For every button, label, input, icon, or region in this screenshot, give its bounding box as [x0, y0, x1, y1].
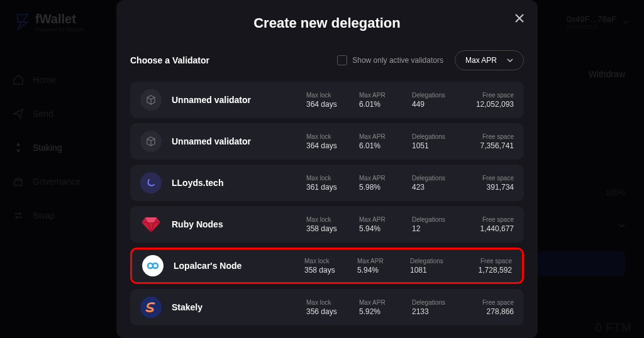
close-icon: [515, 14, 524, 23]
col-freespace-label: Free space: [482, 299, 514, 306]
col-maxlock-label: Max lock: [306, 92, 331, 99]
checkbox-label: Show only active validators: [352, 56, 443, 65]
svg-point-1: [153, 263, 158, 268]
chevron-down-icon: [507, 57, 513, 63]
validator-maxapr: 6.01%: [359, 100, 380, 109]
validator-row[interactable]: Lopalcar's NodeMax lock358 daysMax APR5.…: [130, 248, 524, 284]
ruby-icon: [142, 216, 160, 232]
validator-maxlock: 356 days: [306, 307, 337, 316]
col-delegations-label: Delegations: [410, 258, 443, 264]
col-maxlock-label: Max lock: [306, 133, 331, 140]
col-delegations-label: Delegations: [412, 92, 445, 99]
validator-maxapr: 5.94%: [359, 224, 380, 233]
validator-delegations: 12: [412, 224, 420, 233]
sort-label: Max APR: [465, 56, 497, 65]
col-freespace-label: Free space: [482, 92, 514, 99]
col-maxlock-label: Max lock: [306, 216, 331, 223]
col-delegations-label: Delegations: [412, 299, 445, 306]
validator-freespace: 12,052,093: [476, 100, 514, 109]
validator-freespace: 7,356,741: [480, 141, 514, 150]
active-only-checkbox[interactable]: Show only active validators: [337, 55, 443, 65]
cube-icon: [145, 94, 157, 106]
col-maxapr-label: Max APR: [359, 216, 386, 223]
modal-title: Create new delegation: [130, 15, 524, 31]
col-freespace-label: Free space: [480, 258, 512, 264]
cube-icon: [145, 136, 157, 147]
validator-delegations: 449: [412, 100, 425, 109]
validator-maxlock: 364 days: [306, 100, 337, 109]
validator-row[interactable]: Unnamed validatorMax lock364 daysMax APR…: [130, 82, 524, 118]
validator-row[interactable]: Ruby NodesMax lock358 daysMax APR5.94%De…: [130, 206, 524, 243]
validator-list: Unnamed validatorMax lock364 daysMax APR…: [130, 82, 524, 325]
validator-maxlock: 361 days: [306, 183, 337, 192]
col-delegations-label: Delegations: [412, 133, 445, 140]
validator-maxapr: 5.94%: [357, 266, 379, 275]
validator-name: Ruby Nodes: [172, 219, 306, 229]
sort-dropdown[interactable]: Max APR: [455, 50, 524, 70]
validator-name: Stakely: [172, 302, 306, 312]
col-maxlock-label: Max lock: [306, 175, 331, 182]
col-delegations-label: Delegations: [412, 216, 445, 223]
validator-maxlock: 358 days: [306, 224, 337, 233]
stakely-icon: [140, 297, 162, 318]
validator-maxlock: 358 days: [304, 266, 335, 275]
col-maxlock-label: Max lock: [306, 299, 331, 306]
lopalcar-icon: [147, 262, 159, 270]
validator-delegations: 423: [412, 183, 425, 192]
col-freespace-label: Free space: [482, 216, 514, 223]
validator-freespace: 1,728,592: [479, 266, 512, 275]
col-delegations-label: Delegations: [412, 175, 445, 182]
validator-maxlock: 364 days: [306, 141, 337, 150]
close-button[interactable]: [515, 14, 524, 25]
validator-name: LLoyds.tech: [172, 178, 306, 188]
validator-maxapr: 6.01%: [359, 141, 380, 150]
validator-name: Lopalcar's Node: [174, 261, 304, 271]
create-delegation-modal: Create new delegation Choose a Validator…: [116, 0, 538, 338]
col-maxapr-label: Max APR: [359, 133, 386, 140]
validator-name: Unnamed validator: [172, 136, 306, 146]
validator-delegations: 2133: [412, 307, 429, 316]
validator-maxapr: 5.98%: [359, 183, 380, 192]
lloyds-icon: [146, 178, 156, 188]
validator-delegations: 1081: [410, 266, 427, 275]
validator-freespace: 1,440,677: [480, 224, 514, 233]
validator-name: Unnamed validator: [172, 95, 306, 105]
col-freespace-label: Free space: [482, 133, 514, 140]
validator-row[interactable]: LLoyds.techMax lock361 daysMax APR5.98%D…: [130, 165, 524, 201]
col-maxapr-label: Max APR: [359, 92, 386, 99]
col-maxapr-label: Max APR: [359, 299, 386, 306]
validator-maxapr: 5.92%: [359, 307, 380, 316]
validator-row[interactable]: Unnamed validatorMax lock364 daysMax APR…: [130, 123, 524, 160]
validator-freespace: 278,866: [487, 307, 514, 316]
validator-delegations: 1051: [412, 141, 429, 150]
col-maxapr-label: Max APR: [357, 258, 384, 264]
choose-validator-label: Choose a Validator: [130, 55, 209, 65]
col-maxapr-label: Max APR: [359, 175, 386, 182]
validator-freespace: 391,734: [487, 183, 514, 192]
validator-row[interactable]: StakelyMax lock356 daysMax APR5.92%Deleg…: [130, 289, 524, 325]
col-maxlock-label: Max lock: [304, 258, 329, 264]
checkbox-icon: [337, 55, 347, 65]
col-freespace-label: Free space: [482, 175, 514, 182]
